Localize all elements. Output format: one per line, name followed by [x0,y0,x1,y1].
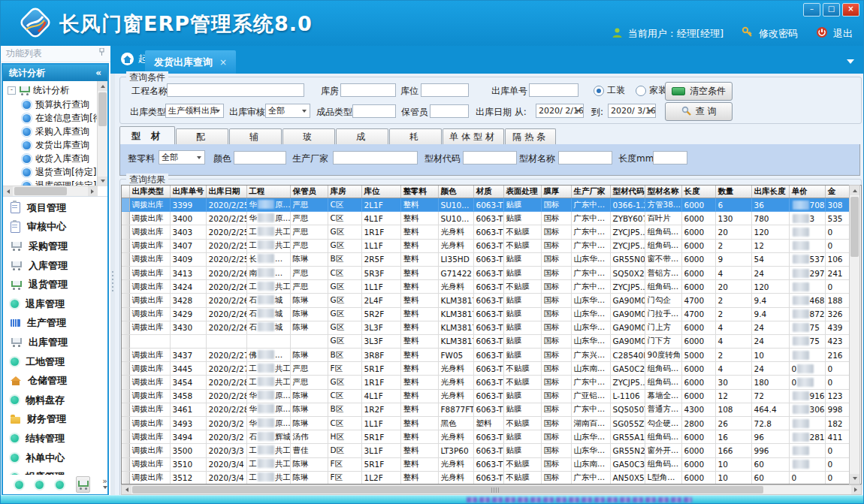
table-cell[interactable]: LI35HD [438,252,473,266]
table-cell[interactable]: G区 [328,294,361,307]
table-cell[interactable]: 广亚铝... [571,389,610,403]
logout-link[interactable]: 退出 [833,27,853,41]
table-cell[interactable]: 6063-T5 [473,430,503,444]
tab-close-icon[interactable]: × [219,57,227,68]
table-cell[interactable]: 长... [246,252,290,266]
table-cell[interactable]: 10 [715,471,751,484]
tree-item-预算执行查询[interactable]: 预算执行查询 [3,98,107,111]
table-cell[interactable]: 5R1F [361,430,400,444]
table-cell[interactable]: 3399 [170,198,206,212]
table-cell[interactable]: 华原... [246,389,290,403]
table-row[interactable]: 调拨出库34582020/2/28华原...陈琳C区4L1F整料光身料6063-… [122,389,851,403]
row-selector[interactable] [122,321,129,334]
table-cell[interactable]: 调拨出库 [129,280,170,294]
table-cell[interactable]: 4L1F [361,389,400,403]
table-cell[interactable]: F8877FT [438,403,473,416]
table-cell[interactable]: 国标 [541,430,571,444]
table-cell[interactable]: 780 [751,212,789,225]
table-cell[interactable]: 3L1F [361,444,400,457]
table-cell[interactable]: 贴膜 [503,212,541,225]
table-cell[interactable]: GR55N26 [610,444,645,457]
table-cell[interactable]: 60 [751,471,789,484]
table-cell[interactable]: 国标 [541,252,571,266]
table-cell[interactable]: 9 [715,252,751,266]
table-cell[interactable]: 6000 [681,334,715,348]
table-cell[interactable]: 2020/2/25 [206,212,246,225]
table-cell[interactable]: 20 [715,280,751,294]
table-cell[interactable]: 2020/2/26 [206,321,246,334]
column-header-金[interactable]: 金 [825,186,851,198]
table-cell[interactable]: ZYCJP5... [610,280,645,294]
tree-hscrollbar[interactable] [3,186,98,196]
table-cell[interactable]: 6000 [681,444,715,457]
table-cell[interactable]: SG055Z [610,417,645,430]
table-row[interactable]: 调拨出库34942020/3/2石辉城汤伟H区5R1F整料光身料6063-T5贴… [122,430,851,444]
table-cell[interactable]: 广东中... [571,198,610,212]
row-selector[interactable] [122,252,129,266]
table-cell[interactable]: 54 [751,252,789,266]
table-cell[interactable]: 山东华... [571,444,610,457]
row-selector[interactable] [122,457,129,471]
table-cell[interactable]: SQ5050T20 [610,403,645,416]
column-header-单价[interactable]: 单价 [789,186,825,198]
table-cell[interactable]: 0 [825,376,851,389]
table-cell[interactable]: 国标 [541,444,571,457]
tree-item-采购入库查询[interactable]: 采购入库查询 [3,125,107,138]
table-cell[interactable] [789,280,825,294]
table-row[interactable]: 调拨出库34132020/2/26南...严思C区5R3F整料G71422606… [122,266,851,279]
table-cell[interactable]: 2020/3/3 [206,444,246,457]
table-cell[interactable]: 30 [715,376,751,389]
table-cell[interactable]: 国标 [541,198,571,212]
table-cell[interactable]: GR55N02 [610,252,645,266]
table-cell[interactable]: 3494 [170,430,206,444]
table-cell[interactable]: 华原... [246,403,290,416]
table-cell[interactable]: 123 [825,389,851,403]
table-cell[interactable]: 调拨出库 [129,266,170,279]
table-cell[interactable] [789,225,825,239]
table-cell[interactable]: 国标 [541,403,571,416]
table-cell[interactable]: 不贴膜 [503,376,541,389]
table-cell[interactable]: 工共工程 [246,239,290,252]
table-cell[interactable]: 708 [789,198,825,212]
table-cell[interactable]: 不贴膜 [503,417,541,430]
table-cell[interactable]: 3403 [170,225,206,239]
row-selector[interactable] [122,417,129,430]
table-cell[interactable]: SQ50X2... [610,266,645,279]
table-cell[interactable]: 整料 [400,362,438,376]
table-row[interactable]: 调拨出库34072020/2/25工共工程严思G区1L1F整料光身料6063-T… [122,239,851,252]
search-button[interactable]: 查 询 [665,102,733,121]
date-to-combo[interactable]: 2020/ 3/16 [608,104,656,118]
table-cell[interactable] [789,417,825,430]
warehouse-input[interactable] [340,83,396,97]
table-cell[interactable]: 439 [825,321,851,334]
tree-expander-icon[interactable]: - [8,86,16,95]
row-selector[interactable] [122,334,129,348]
sidebar-item-物料盘存[interactable]: 物料盘存 [3,391,107,410]
column-header-表面处理[interactable]: 表面处理 [503,186,541,198]
table-cell[interactable]: 4700 [681,307,715,321]
table-cell[interactable]: 12 [751,239,789,252]
row-selector[interactable] [122,212,129,225]
table-cell[interactable]: 陈琳 [290,471,328,484]
table-cell[interactable]: 0 [825,471,851,484]
pin-icon[interactable] [98,46,105,62]
table-cell[interactable]: 山东华... [571,252,610,266]
table-cell[interactable]: 3R8F [361,349,400,362]
table-cell[interactable]: 贴膜 [503,294,541,307]
table-cell[interactable]: 国标 [541,471,571,484]
table-cell[interactable]: 6063-T5 [473,321,503,334]
table-cell[interactable]: 16 [715,430,751,444]
table-cell[interactable]: 曹佳 [290,444,328,457]
sidebar-item-生产管理[interactable]: 生产管理 [3,314,107,333]
table-cell[interactable]: 组角码... [645,239,681,252]
table-cell[interactable]: C区 [328,266,361,279]
table-cell[interactable]: 广东中... [571,280,610,294]
table-row[interactable]: 调拨出库34302020/2/26石城陈琳G区3L3F整料KLM38176063… [122,321,851,334]
table-cell[interactable]: 整料 [400,225,438,239]
table-cell[interactable]: 72.8 [751,417,789,430]
table-cell[interactable]: 120 [751,225,789,239]
material-tab-配件[interactable]: 配件 [176,128,228,144]
table-cell[interactable]: 4 [715,362,751,376]
row-selector[interactable] [122,307,129,321]
table-cell[interactable]: 2812 [789,430,825,444]
